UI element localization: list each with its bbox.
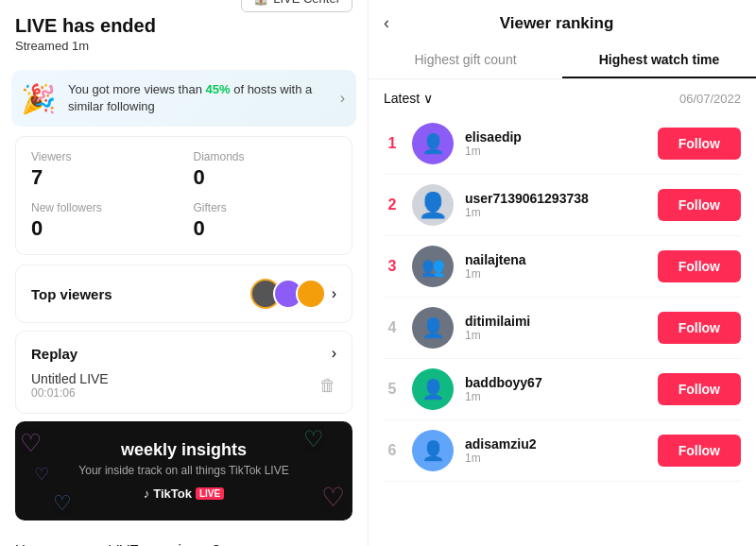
live-ended-title: LIVE has ended [15,15,352,37]
viewer-info: user7139061293738 1m [465,191,646,219]
views-banner-text: You got more views than 45% of hosts wit… [68,81,333,115]
replay-item-info: Untitled LIVE 00:01:06 [31,371,109,400]
avatar: 👤 [412,123,454,164]
date-display: 06/07/2022 [679,92,741,106]
top-viewers-right: › [250,279,336,309]
avatar: 👤 [412,184,454,226]
celebration-emoji: 🎉 [21,82,56,115]
tiktok-icon: ♪ [144,486,150,501]
viewer-rank: 4 [384,319,401,336]
page-title: Viewer ranking [399,14,714,33]
left-panel: 🏠 LIVE Center LIVE has ended Streamed 1m… [0,0,369,546]
follow-button[interactable]: Follow [658,189,741,221]
avatar: 👥 [412,246,454,287]
viewer-rank: 3 [384,258,401,275]
replay-header: Replay › [31,345,336,362]
diamonds-stat: Diamonds 0 [194,150,337,190]
viewer-info: adisamziu2 1m [465,436,646,465]
viewer-row: 3 👥 nailajtena 1m Follow [384,236,741,298]
home-icon: 🏠 [253,0,268,6]
replay-item: Untitled LIVE 00:01:06 🗑 [31,371,336,400]
avatar-3 [296,279,326,309]
viewer-info: baddboyy67 1m [465,375,646,403]
follow-button[interactable]: Follow [658,250,741,282]
feedback-section: How was your LIVE experience? [15,528,352,546]
viewer-info: nailajtena 1m [465,252,646,281]
avatar: 👤 [412,307,454,349]
chevron-right-icon: › [332,285,336,302]
back-button[interactable]: ‹ [384,13,389,33]
tab-highest-watch-time[interactable]: Highest watch time [562,43,756,78]
delete-icon[interactable]: 🗑 [319,376,336,396]
header-section: 🏠 LIVE Center LIVE has ended Streamed 1m [0,0,368,60]
follow-button[interactable]: Follow [658,373,741,405]
chevron-right-icon: › [332,345,336,362]
follow-button[interactable]: Follow [658,128,741,160]
viewer-info: ditimilaimi 1m [465,314,646,342]
avatar-stack [250,279,326,309]
viewer-info: elisaedip 1m [465,129,646,158]
viewers-stat: Viewers 7 [31,150,175,190]
viewer-rank: 1 [384,135,401,152]
viewer-rank: 6 [384,442,401,459]
stats-section: Viewers 7 Diamonds 0 New followers 0 Gif… [15,136,352,255]
viewer-rank: 5 [384,381,401,398]
latest-dropdown[interactable]: Latest ∨ [384,91,433,106]
replay-section[interactable]: Replay › Untitled LIVE 00:01:06 🗑 [15,331,352,414]
right-panel: ‹ Viewer ranking Highest gift count High… [369,0,756,546]
viewer-row: 4 👤 ditimilaimi 1m Follow [384,298,741,359]
follow-button[interactable]: Follow [658,312,741,344]
tab-highest-gift-count[interactable]: Highest gift count [369,43,562,78]
live-center-button[interactable]: 🏠 LIVE Center [241,0,352,12]
viewer-row: 2 👤 user7139061293738 1m Follow [384,175,741,236]
avatar: 👤 [412,430,454,471]
chevron-right-icon: › [340,90,345,107]
ranking-tabs: Highest gift count Highest watch time [369,43,756,79]
viewer-list: 1 👤 elisaedip 1m Follow 2 👤 user71390612… [369,113,756,482]
follow-button[interactable]: Follow [658,435,741,467]
chevron-down-icon: ∨ [423,91,433,106]
insights-banner[interactable]: ♡ ♡ ♡ ♡ ♡ weekly insights Your inside tr… [15,421,352,520]
avatar: 👤 [412,368,454,410]
stats-grid: Viewers 7 Diamonds 0 New followers 0 Gif… [31,150,336,241]
new-followers-stat: New followers 0 [31,201,175,241]
tiktok-live-badge: ♪ TikTok LIVE [144,486,224,501]
right-header: ‹ Viewer ranking [369,0,756,43]
viewer-row: 6 👤 adisamziu2 1m Follow [384,420,741,482]
viewer-row: 1 👤 elisaedip 1m Follow [384,113,741,175]
views-banner[interactable]: 🎉 You got more views than 45% of hosts w… [11,70,356,127]
viewer-row: 5 👤 baddboyy67 1m Follow [384,359,741,420]
ranking-meta: Latest ∨ 06/07/2022 [369,83,756,113]
top-viewers-section[interactable]: Top viewers › [15,264,352,323]
gifters-stat: Gifters 0 [194,201,337,241]
viewer-rank: 2 [384,196,401,213]
streamed-text: Streamed 1m [15,39,352,53]
